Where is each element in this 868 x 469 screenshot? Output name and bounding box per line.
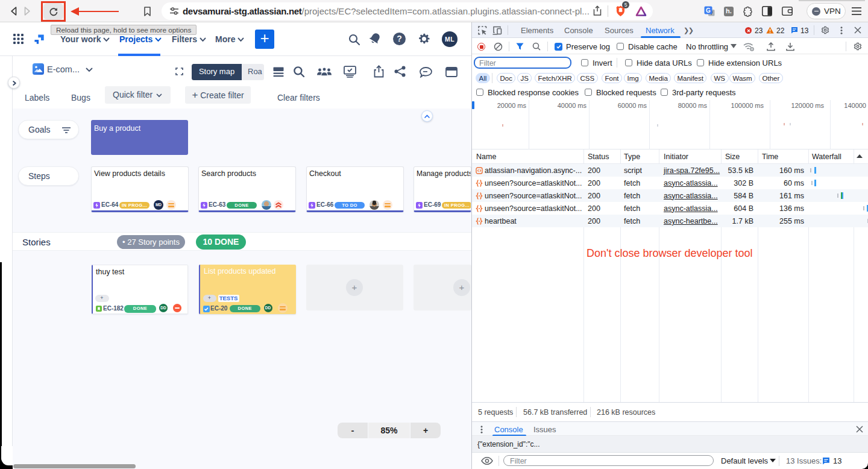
svg-text:G: G <box>706 7 711 14</box>
